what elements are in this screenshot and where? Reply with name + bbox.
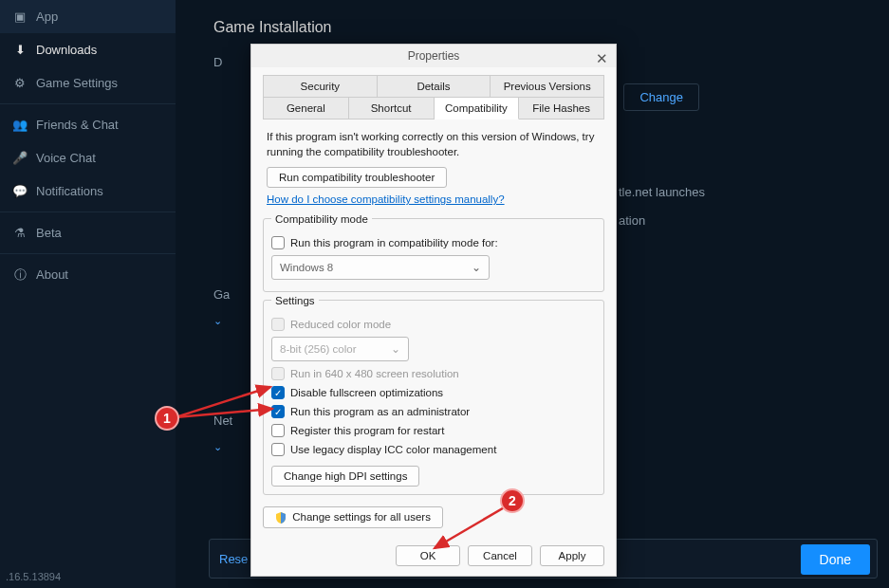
- checkbox-icon: [271, 236, 285, 249]
- sidebar-item-label: App: [36, 9, 58, 24]
- sidebar-item-downloads[interactable]: ⬇ Downloads: [0, 33, 176, 66]
- tab-previous-versions[interactable]: Previous Versions: [491, 75, 604, 97]
- info-text: If this program isn't working correctly …: [267, 129, 601, 159]
- chevron-down-icon: ⌄: [213, 315, 222, 326]
- cancel-button[interactable]: Cancel: [468, 545, 532, 566]
- tab-security[interactable]: Security: [263, 75, 378, 97]
- version-text: .16.5.13894: [6, 571, 61, 582]
- tab-file-hashes[interactable]: File Hashes: [519, 97, 604, 119]
- fieldset-legend: Settings: [271, 295, 319, 306]
- friends-icon: 👥: [13, 119, 27, 132]
- help-link[interactable]: How do I choose compatibility settings m…: [267, 193, 505, 205]
- settings-icon: ⚙: [13, 77, 27, 90]
- reset-button[interactable]: Rese: [219, 552, 248, 566]
- sidebar-divider: [0, 253, 176, 254]
- sidebar-divider: [0, 211, 176, 212]
- run-troubleshooter-button[interactable]: Run compatibility troubleshooter: [267, 167, 447, 188]
- download-icon: ⬇: [13, 44, 27, 57]
- checkbox-label: Disable fullscreen optimizations: [290, 387, 443, 398]
- run-640-checkbox-row[interactable]: Run in 640 x 480 screen resolution: [271, 367, 596, 380]
- dpi-settings-button[interactable]: Change high DPI settings: [271, 466, 419, 487]
- tab-shortcut[interactable]: Shortcut: [349, 97, 435, 119]
- disable-fullscreen-checkbox-row[interactable]: ✓ Disable fullscreen optimizations: [271, 386, 596, 399]
- dialog-title: Properties: [408, 49, 460, 63]
- sidebar-item-label: Notifications: [36, 184, 103, 198]
- chevron-down-icon: ⌄: [213, 441, 222, 452]
- sidebar-item-friends[interactable]: 👥 Friends & Chat: [0, 108, 176, 141]
- done-button[interactable]: Done: [801, 544, 870, 575]
- beta-icon: ⚗: [13, 227, 27, 240]
- tabs: Security Details Previous Versions Gener…: [263, 75, 604, 119]
- sidebar-item-beta[interactable]: ⚗ Beta: [0, 216, 176, 249]
- close-button[interactable]: ✕: [596, 50, 608, 67]
- dialog-body: Security Details Previous Versions Gener…: [251, 67, 616, 536]
- chevron-down-icon: ⌄: [472, 261, 481, 274]
- checkbox-label: Run this program in compatibility mode f…: [290, 237, 498, 248]
- compat-mode-checkbox-row[interactable]: Run this program in compatibility mode f…: [271, 236, 596, 249]
- checkbox-label: Reduced color mode: [290, 319, 391, 330]
- compat-mode-fieldset: Compatibility mode Run this program in c…: [263, 218, 604, 292]
- checkbox-icon: [271, 443, 285, 456]
- sidebar-item-label: Friends & Chat: [36, 118, 119, 132]
- shield-icon: [275, 512, 287, 524]
- sidebar-item-label: Beta: [36, 226, 62, 240]
- info-icon: ⓘ: [13, 268, 27, 282]
- callout-badge-1: 1: [155, 406, 179, 431]
- sidebar-divider: [0, 103, 176, 104]
- sidebar-item-label: Voice Chat: [36, 151, 96, 165]
- legacy-icc-checkbox-row[interactable]: Use legacy display ICC color management: [271, 443, 596, 456]
- change-button[interactable]: Change: [623, 83, 699, 111]
- sidebar: ▣ App ⬇ Downloads ⚙ Game Settings 👥 Frie…: [0, 0, 176, 588]
- app-icon: ▣: [13, 10, 27, 24]
- bell-icon: 💬: [13, 185, 27, 198]
- checkbox-icon: [271, 318, 285, 331]
- properties-dialog: Properties ✕ Security Details Previous V…: [250, 44, 617, 577]
- chevron-down-icon: ⌄: [391, 342, 400, 356]
- tab-compatibility[interactable]: Compatibility: [435, 97, 520, 119]
- mic-icon: 🎤: [13, 152, 27, 165]
- ok-button[interactable]: OK: [396, 545, 460, 566]
- sidebar-item-about[interactable]: ⓘ About: [0, 258, 176, 291]
- button-label: Change settings for all users: [292, 511, 431, 523]
- checkbox-label: Use legacy display ICC color management: [290, 444, 496, 455]
- dialog-button-row: OK Cancel Apply: [251, 536, 616, 576]
- checkbox-label: Run this program as an administrator: [290, 406, 470, 417]
- checkbox-icon: ✓: [271, 405, 285, 418]
- tab-general[interactable]: General: [263, 97, 349, 119]
- apply-button[interactable]: Apply: [540, 545, 604, 566]
- fragment-text: ation: [619, 213, 645, 228]
- section-title: Game Installation: [213, 19, 851, 36]
- select-value: 8-bit (256) color: [280, 343, 357, 355]
- settings-fieldset: Settings Reduced color mode 8-bit (256) …: [263, 300, 604, 495]
- sidebar-item-notifications[interactable]: 💬 Notifications: [0, 175, 176, 208]
- tab-details[interactable]: Details: [378, 75, 491, 97]
- callout-badge-2: 2: [500, 488, 525, 513]
- sidebar-item-label: Downloads: [36, 43, 97, 57]
- register-restart-checkbox-row[interactable]: Register this program for restart: [271, 424, 596, 437]
- sidebar-item-game-settings[interactable]: ⚙ Game Settings: [0, 66, 176, 100]
- reduced-color-checkbox-row[interactable]: Reduced color mode: [271, 318, 596, 331]
- checkbox-icon: [271, 424, 285, 437]
- sidebar-item-voice[interactable]: 🎤 Voice Chat: [0, 141, 176, 175]
- fieldset-legend: Compatibility mode: [271, 213, 372, 225]
- color-select[interactable]: 8-bit (256) color ⌄: [271, 337, 409, 361]
- sidebar-item-label: Game Settings: [36, 76, 118, 90]
- select-value: Windows 8: [280, 262, 333, 273]
- checkbox-icon: ✓: [271, 386, 285, 399]
- dialog-titlebar: Properties ✕: [251, 45, 616, 67]
- run-admin-checkbox-row[interactable]: ✓ Run this program as an administrator: [271, 405, 596, 418]
- change-all-users-button[interactable]: Change settings for all users: [263, 506, 443, 528]
- checkbox-icon: [271, 367, 285, 380]
- checkbox-label: Run in 640 x 480 screen resolution: [290, 368, 459, 379]
- sidebar-item-app[interactable]: ▣ App: [0, 0, 176, 33]
- fragment-text: tle.net launches: [619, 185, 705, 199]
- sidebar-item-label: About: [36, 267, 68, 282]
- compat-mode-select[interactable]: Windows 8 ⌄: [271, 255, 490, 280]
- checkbox-label: Register this program for restart: [290, 425, 444, 436]
